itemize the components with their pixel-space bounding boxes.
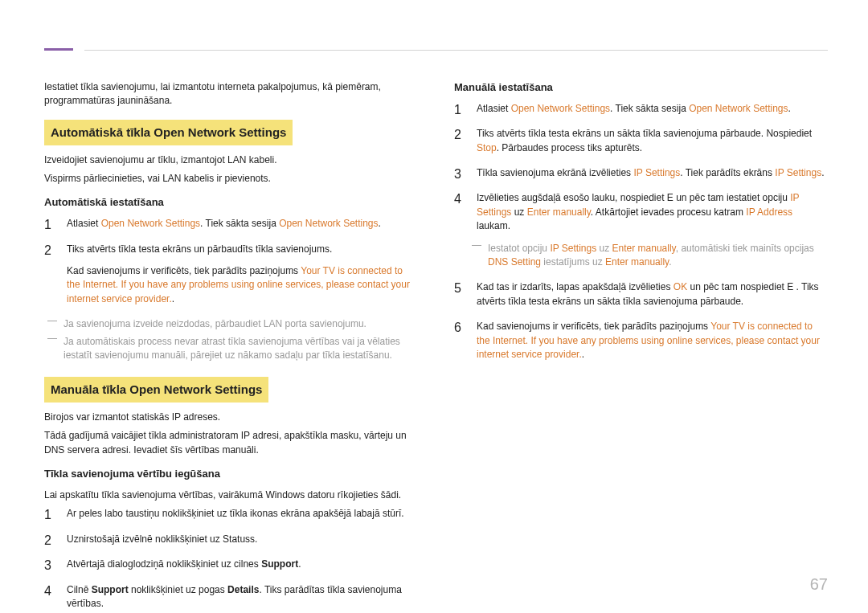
manual-paragraph-1: Birojos var izmantot statiskās IP adrese… [44, 411, 418, 424]
section-heading-auto: Automātiskā tīkla Open Network Settings [44, 120, 293, 145]
link-open-network-settings: Open Network Settings [101, 218, 200, 229]
auto-step-2: Tiks atvērts tīkla testa ekrāns un pārba… [44, 243, 418, 307]
note-lan-check: Ja savienojuma izveide neizdodas, pārbau… [52, 317, 418, 331]
bold-support: Support [92, 584, 129, 595]
text: . Pārbaudes process tiks apturēts. [497, 142, 642, 153]
link-stop: Stop [477, 142, 497, 153]
sub-heading-auto-setup: Automātiskā iestatīšana [44, 195, 418, 210]
text: Izvēlieties augšdaļā esošo lauku, nospie… [477, 192, 667, 203]
manual-step-5: Kad tas ir izdarīts, lapas apakšdaļā izv… [454, 280, 828, 309]
text: iestatījums uz [541, 256, 605, 268]
text: Cilnē [67, 584, 92, 595]
link-ip-settings: IP Settings [550, 243, 596, 254]
manual-step-3: Tīkla savienojuma ekrānā izvēlieties IP … [454, 166, 828, 180]
text: . Tiek sākta sesija [200, 218, 279, 229]
auto-paragraph-2: Vispirms pārliecinieties, vai LAN kabeli… [44, 172, 418, 186]
link-open-network-settings: Open Network Settings [511, 103, 610, 114]
intro-text: Iestatiet tīkla savienojumu, lai izmanto… [44, 80, 418, 108]
text: un pēc tam nospiediet [687, 281, 787, 292]
text: . Atkārtojiet ievades procesu katram [591, 206, 746, 218]
text: noklikšķiniet uz pogas [129, 584, 227, 595]
sub-heading-get-values: Tīkla savienojuma vērtību iegūšana [44, 467, 418, 482]
text: . Tiek parādīts ekrāns [680, 167, 775, 178]
text: Atlasiet [67, 218, 101, 229]
text: Kad tas ir izdarīts, lapas apakšdaļā izv… [477, 281, 674, 292]
text: . [582, 349, 584, 360]
link-enter-manually: Enter manually [612, 243, 676, 254]
enter-icon: E [667, 192, 674, 203]
page-number: 67 [810, 575, 828, 594]
link-enter-manually: Enter manually [605, 256, 669, 268]
note-manual-fallback: Ja automātiskais process nevar atrast tī… [52, 335, 418, 363]
link-open-network-settings: Open Network Settings [689, 103, 788, 114]
text: Tiks atvērts tīkla testa ekrāns un sākta… [477, 128, 812, 139]
bold-details: Details [227, 584, 259, 595]
text: Atvērtajā dialoglodziņā noklikšķiniet uz… [67, 558, 261, 570]
text: . Tiek sākta sesija [610, 103, 689, 114]
link-ip-address: IP Address [746, 206, 792, 218]
link-ip-settings: IP Settings [633, 167, 680, 178]
left-column: Iestatiet tīkla savienojumu, lai izmanto… [44, 80, 418, 613]
auto-step-2-note: Kad savienojums ir verificēts, tiek parā… [67, 264, 418, 306]
manual-step-2: Tiks atvērts tīkla testa ekrāns un sākta… [454, 127, 828, 155]
text: , automātiski tiek mainīts opcijas [676, 243, 814, 254]
text: Tiks atvērts tīkla testa ekrāns un pārba… [67, 243, 332, 255]
values-step-3: Atvērtajā dialoglodziņā noklikšķiniet uz… [44, 558, 418, 571]
link-open-network-settings: Open Network Settings [279, 218, 378, 229]
values-step-1: Ar peles labo taustiņu noklikšķiniet uz … [44, 507, 418, 521]
text: Tīkla savienojuma ekrānā izvēlieties [477, 167, 633, 178]
accent-bar [44, 48, 73, 51]
text: . [669, 256, 671, 268]
text: . [298, 558, 301, 570]
bold-support: Support [261, 558, 298, 570]
manual-paragraph-2: Tādā gadījumā vaicājiet tīkla administra… [44, 429, 418, 457]
text: Atlasiet [477, 103, 511, 114]
text: Kad savienojums ir verificēts, tiek parā… [477, 321, 710, 332]
get-values-steps: Ar peles labo taustiņu noklikšķiniet uz … [44, 507, 418, 611]
link-ip-settings: IP Settings [775, 167, 821, 178]
text: uz [511, 206, 526, 218]
text: . [379, 218, 381, 229]
text: . [172, 293, 174, 304]
text: un pēc tam iestatiet opciju [674, 192, 790, 203]
text: . [788, 103, 791, 114]
manual-setup-steps: Atlasiet Open Network Settings. Tiek sāk… [454, 102, 828, 362]
manual-step-4: Izvēlieties augšdaļā esošo lauku, nospie… [454, 191, 828, 269]
auto-setup-steps: Atlasiet Open Network Settings. Tiek sāk… [44, 217, 418, 306]
link-ok: OK [674, 281, 687, 292]
two-column-layout: Iestatiet tīkla savienojumu, lai izmanto… [44, 24, 828, 613]
link-enter-manually: Enter manually [527, 206, 591, 218]
manual-step-6: Kad savienojums ir verificēts, tiek parā… [454, 320, 828, 362]
section-heading-manual: Manuāla tīkla Open Network Settings [44, 377, 268, 403]
right-column: Manuālā iestatīšana Atlasiet Open Networ… [454, 80, 828, 613]
horizontal-rule [84, 50, 828, 51]
auto-step-1: Atlasiet Open Network Settings. Tiek sāk… [44, 217, 418, 231]
auto-paragraph-1: Izveidojiet savienojumu ar tīklu, izmant… [44, 153, 418, 167]
sub-heading-manual-setup: Manuālā iestatīšana [454, 80, 828, 96]
link-dns-setting: DNS Setting [488, 256, 541, 268]
text: uz [596, 243, 612, 254]
note-dns-auto-change: Iestatot opciju IP Settings uz Enter man… [477, 242, 828, 270]
text: Kad savienojums ir verificēts, tiek parā… [67, 265, 301, 276]
values-step-2: Uznirstošajā izvēlnē noklikšķiniet uz St… [44, 533, 418, 546]
text: laukam. [477, 220, 510, 231]
manual-step-1: Atlasiet Open Network Settings. Tiek sāk… [454, 102, 828, 116]
text: Iestatot opciju [488, 243, 550, 254]
get-values-intro: Lai apskatītu tīkla savienojuma vērtības… [44, 488, 418, 502]
manual-page: Iestatiet tīkla savienojumu, lai izmanto… [0, 0, 868, 613]
text: . [821, 167, 824, 178]
values-step-4: Cilnē Support noklikšķiniet uz pogas Det… [44, 583, 418, 611]
